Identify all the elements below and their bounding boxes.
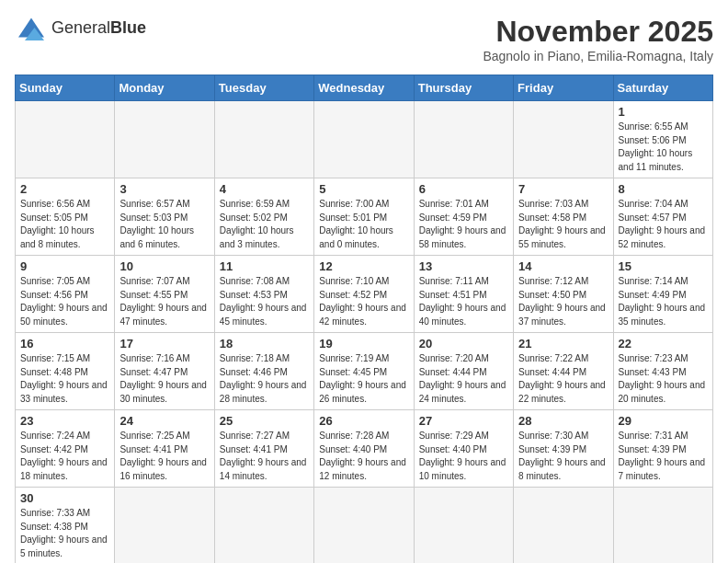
day-number: 6 [419, 182, 508, 196]
day-number: 11 [220, 259, 309, 273]
table-row: 24Sunrise: 7:25 AM Sunset: 4:41 PM Dayli… [115, 410, 214, 488]
day-info: Sunrise: 7:15 AM Sunset: 4:48 PM Dayligh… [20, 352, 109, 406]
day-info: Sunrise: 7:10 AM Sunset: 4:52 PM Dayligh… [319, 275, 408, 328]
table-row: 1Sunrise: 6:55 AM Sunset: 5:06 PM Daylig… [613, 101, 712, 178]
table-row: 30Sunrise: 7:33 AM Sunset: 4:38 PM Dayli… [16, 488, 115, 564]
day-info: Sunrise: 6:59 AM Sunset: 5:02 PM Dayligh… [220, 198, 309, 251]
table-row: 23Sunrise: 7:24 AM Sunset: 4:42 PM Dayli… [16, 410, 115, 488]
day-info: Sunrise: 7:05 AM Sunset: 4:56 PM Dayligh… [20, 275, 109, 328]
table-row: 19Sunrise: 7:19 AM Sunset: 4:45 PM Dayli… [314, 333, 414, 410]
table-row: 22Sunrise: 7:23 AM Sunset: 4:43 PM Dayli… [613, 333, 712, 410]
day-number: 25 [220, 414, 309, 428]
day-info: Sunrise: 7:07 AM Sunset: 4:55 PM Dayligh… [119, 275, 209, 328]
day-number: 26 [319, 414, 408, 428]
day-number: 20 [419, 337, 508, 350]
day-number: 22 [619, 337, 708, 350]
table-row: 21Sunrise: 7:22 AM Sunset: 4:44 PM Dayli… [514, 333, 613, 410]
day-number: 15 [619, 259, 708, 273]
day-info: Sunrise: 7:25 AM Sunset: 4:41 PM Dayligh… [119, 430, 209, 483]
table-row: 27Sunrise: 7:29 AM Sunset: 4:40 PM Dayli… [414, 410, 513, 488]
title-area: November 2025 Bagnolo in Piano, Emilia-R… [483, 15, 713, 63]
table-row: 26Sunrise: 7:28 AM Sunset: 4:40 PM Dayli… [314, 410, 414, 488]
calendar-header-row: Sunday Monday Tuesday Wednesday Thursday… [16, 75, 713, 101]
day-number: 7 [518, 182, 608, 196]
day-number: 10 [119, 259, 209, 273]
subtitle: Bagnolo in Piano, Emilia-Romagna, Italy [483, 49, 713, 63]
day-info: Sunrise: 7:28 AM Sunset: 4:40 PM Dayligh… [319, 430, 408, 483]
day-info: Sunrise: 7:12 AM Sunset: 4:50 PM Dayligh… [518, 275, 608, 328]
col-wednesday: Wednesday [314, 75, 414, 101]
day-info: Sunrise: 7:11 AM Sunset: 4:51 PM Dayligh… [419, 275, 508, 328]
table-row: 10Sunrise: 7:07 AM Sunset: 4:55 PM Dayli… [115, 256, 214, 333]
table-row: 9Sunrise: 7:05 AM Sunset: 4:56 PM Daylig… [16, 256, 115, 333]
day-number: 2 [20, 182, 109, 196]
table-row: 18Sunrise: 7:18 AM Sunset: 4:46 PM Dayli… [214, 333, 313, 410]
table-row: 13Sunrise: 7:11 AM Sunset: 4:51 PM Dayli… [414, 256, 513, 333]
day-info: Sunrise: 7:29 AM Sunset: 4:40 PM Dayligh… [419, 430, 508, 483]
table-row [514, 488, 613, 564]
day-number: 27 [419, 414, 508, 428]
table-row [314, 488, 414, 564]
month-title: November 2025 [483, 15, 713, 49]
table-row [514, 101, 613, 178]
day-number: 4 [220, 182, 309, 196]
table-row: 16Sunrise: 7:15 AM Sunset: 4:48 PM Dayli… [16, 333, 115, 410]
day-info: Sunrise: 6:55 AM Sunset: 5:06 PM Dayligh… [619, 121, 708, 174]
col-thursday: Thursday [414, 75, 513, 101]
day-number: 12 [319, 259, 408, 273]
logo-text: GeneralBlue [51, 18, 146, 38]
day-info: Sunrise: 6:57 AM Sunset: 5:03 PM Dayligh… [119, 198, 209, 251]
col-sunday: Sunday [16, 75, 115, 101]
table-row: 28Sunrise: 7:30 AM Sunset: 4:39 PM Dayli… [514, 410, 613, 488]
table-row [414, 101, 513, 178]
table-row: 8Sunrise: 7:04 AM Sunset: 4:57 PM Daylig… [613, 178, 712, 256]
day-number: 3 [119, 182, 209, 196]
table-row [613, 488, 712, 564]
page-header: GeneralBlue November 2025 Bagnolo in Pia… [15, 15, 713, 63]
day-number: 1 [619, 105, 708, 119]
day-info: Sunrise: 7:23 AM Sunset: 4:43 PM Dayligh… [619, 352, 708, 406]
day-number: 21 [518, 337, 608, 350]
day-info: Sunrise: 7:33 AM Sunset: 4:38 PM Dayligh… [20, 507, 109, 560]
day-info: Sunrise: 7:30 AM Sunset: 4:39 PM Dayligh… [518, 430, 608, 483]
day-info: Sunrise: 6:56 AM Sunset: 5:05 PM Dayligh… [20, 198, 109, 251]
day-info: Sunrise: 7:00 AM Sunset: 5:01 PM Dayligh… [319, 198, 408, 251]
table-row [414, 488, 513, 564]
table-row: 17Sunrise: 7:16 AM Sunset: 4:47 PM Dayli… [115, 333, 214, 410]
day-number: 8 [619, 182, 708, 196]
table-row [115, 488, 214, 564]
table-row: 29Sunrise: 7:31 AM Sunset: 4:39 PM Dayli… [613, 410, 712, 488]
day-number: 23 [20, 414, 109, 428]
table-row [16, 101, 115, 178]
day-number: 29 [619, 414, 708, 428]
table-row: 6Sunrise: 7:01 AM Sunset: 4:59 PM Daylig… [414, 178, 513, 256]
table-row: 7Sunrise: 7:03 AM Sunset: 4:58 PM Daylig… [514, 178, 613, 256]
table-row: 25Sunrise: 7:27 AM Sunset: 4:41 PM Dayli… [214, 410, 313, 488]
day-number: 28 [518, 414, 608, 428]
day-info: Sunrise: 7:16 AM Sunset: 4:47 PM Dayligh… [119, 352, 209, 406]
table-row: 12Sunrise: 7:10 AM Sunset: 4:52 PM Dayli… [314, 256, 414, 333]
logo-icon [15, 15, 48, 40]
table-row: 2Sunrise: 6:56 AM Sunset: 5:05 PM Daylig… [16, 178, 115, 256]
day-number: 9 [20, 259, 109, 273]
table-row: 14Sunrise: 7:12 AM Sunset: 4:50 PM Dayli… [514, 256, 613, 333]
day-number: 18 [220, 337, 309, 350]
day-number: 17 [119, 337, 209, 350]
day-number: 19 [319, 337, 408, 350]
day-number: 30 [20, 491, 109, 505]
day-number: 14 [518, 259, 608, 273]
col-friday: Friday [514, 75, 613, 101]
day-info: Sunrise: 7:19 AM Sunset: 4:45 PM Dayligh… [319, 352, 408, 406]
table-row [314, 101, 414, 178]
day-info: Sunrise: 7:14 AM Sunset: 4:49 PM Dayligh… [619, 275, 708, 328]
day-info: Sunrise: 7:31 AM Sunset: 4:39 PM Dayligh… [619, 430, 708, 483]
day-info: Sunrise: 7:18 AM Sunset: 4:46 PM Dayligh… [220, 352, 309, 406]
day-number: 16 [20, 337, 109, 350]
day-info: Sunrise: 7:24 AM Sunset: 4:42 PM Dayligh… [20, 430, 109, 483]
table-row: 11Sunrise: 7:08 AM Sunset: 4:53 PM Dayli… [214, 256, 313, 333]
table-row [115, 101, 214, 178]
table-row [214, 101, 313, 178]
col-tuesday: Tuesday [214, 75, 313, 101]
day-info: Sunrise: 7:01 AM Sunset: 4:59 PM Dayligh… [419, 198, 508, 251]
table-row: 20Sunrise: 7:20 AM Sunset: 4:44 PM Dayli… [414, 333, 513, 410]
